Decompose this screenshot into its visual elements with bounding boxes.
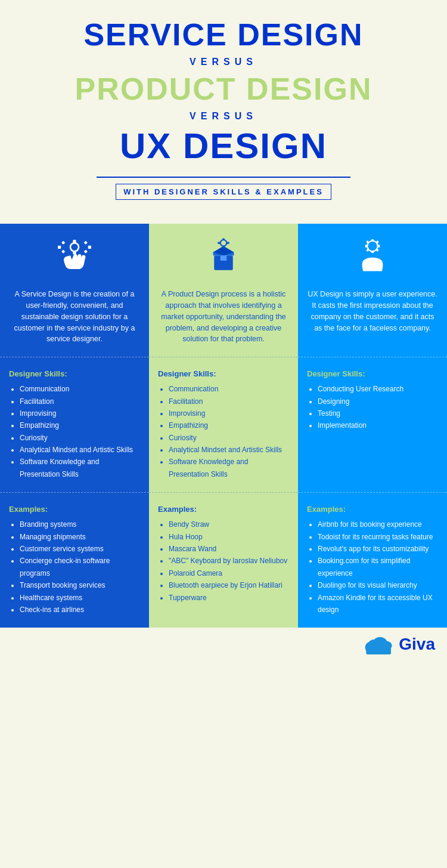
example-item: Booking.com for its simplified experienc… — [318, 555, 438, 579]
svg-rect-3 — [58, 246, 61, 249]
svg-rect-35 — [367, 647, 392, 654]
svg-rect-7 — [61, 250, 65, 254]
svg-rect-2 — [73, 252, 76, 255]
skill-item: Testing — [318, 407, 438, 419]
ux-design-icon-col: UX Design is simply a user experience. I… — [298, 224, 447, 357]
title-product-design: PRODUCT DESIGN — [12, 72, 435, 106]
svg-rect-6 — [84, 241, 88, 245]
svg-rect-23 — [365, 245, 368, 248]
service-design-examples-list: Branding systems Managing shipments Cust… — [9, 518, 140, 616]
skill-item: Curiosity — [20, 432, 140, 444]
example-item: Transport booking services — [20, 579, 140, 591]
ux-design-skills-list: Conducting User Research Designing Testi… — [307, 383, 438, 432]
giva-cloud-icon — [364, 634, 394, 654]
service-design-icon — [54, 236, 95, 277]
skill-item: Communication — [20, 383, 140, 395]
ux-design-description: UX Design is simply a user experience. I… — [307, 289, 438, 333]
product-design-skills-label: Designer Skills: — [158, 369, 289, 378]
title-ux-design: UX DESIGN — [12, 126, 435, 166]
ux-design-examples-label: Examples: — [307, 505, 438, 514]
example-item: Mascara Wand — [169, 543, 289, 555]
skill-item: Facilitation — [169, 396, 289, 407]
header-divider — [97, 177, 350, 178]
svg-rect-16 — [222, 246, 225, 248]
example-item: Revolut's app for its customizability — [318, 543, 438, 555]
skill-item: Analytical Mindset and Artistic Skills — [20, 444, 140, 456]
ux-design-skills-label: Designer Skills: — [307, 369, 438, 378]
ux-design-examples-col: Examples: Airbnb for its booking experie… — [298, 492, 447, 628]
service-design-examples-label: Examples: — [9, 505, 140, 514]
example-item: Customer service systems — [20, 543, 140, 555]
service-design-icon-col: A Service Design is the creation of a us… — [0, 224, 149, 357]
skill-item: Improvising — [169, 407, 289, 419]
footer-section: Giva — [0, 628, 447, 663]
ux-design-examples-list: Airbnb for its booking experience Todois… — [307, 518, 438, 616]
svg-point-29 — [370, 244, 375, 249]
versus-2: VERSUS — [12, 111, 435, 122]
header-subtitle: WITH DESIGNER SKILLS & EXAMPLES — [116, 184, 331, 200]
skill-item: Implementation — [318, 419, 438, 431]
example-item: Tupperware — [169, 592, 289, 604]
header-section: SERVICE DESIGN VERSUS PRODUCT DESIGN VER… — [0, 0, 447, 224]
skill-item: Software Knowledge and Presentation Skil… — [169, 456, 289, 480]
example-item: Healthcare systems — [20, 592, 140, 604]
icons-row: A Service Design is the creation of a us… — [0, 224, 447, 357]
product-design-skills-list: Communication Facilitation Improvising E… — [158, 383, 289, 480]
footer-logo-text: Giva — [399, 635, 435, 654]
skill-item: Empathizing — [169, 419, 289, 431]
svg-rect-22 — [371, 251, 374, 254]
svg-rect-1 — [73, 240, 76, 243]
example-item: Polaroid Camera — [169, 567, 289, 579]
ux-design-icon — [352, 236, 393, 277]
skill-item: Conducting User Research — [318, 383, 438, 395]
example-item: Airbnb for its booking experience — [318, 518, 438, 530]
svg-point-9 — [73, 245, 77, 249]
ux-design-skills-col: Designer Skills: Conducting User Researc… — [298, 357, 447, 492]
skill-item: Analytical Mindset and Artistic Skills — [169, 444, 289, 456]
examples-row: Examples: Branding systems Managing ship… — [0, 492, 447, 628]
example-item: Hula Hoop — [169, 531, 289, 543]
svg-rect-15 — [222, 239, 225, 241]
service-design-skills-col: Designer Skills: Communication Facilitat… — [0, 357, 149, 492]
example-item: Amazon Kindle for its accessible UX desi… — [318, 592, 438, 616]
svg-rect-4 — [88, 246, 91, 249]
svg-rect-8 — [84, 250, 88, 254]
example-item: Bluetooth earpiece by Erjon Hatillari — [169, 579, 289, 591]
skill-item: Empathizing — [20, 419, 140, 431]
svg-rect-21 — [371, 240, 374, 242]
example-item: Managing shipments — [20, 531, 140, 543]
product-design-icon-col: A Product Design process is a holistic a… — [149, 224, 298, 357]
skill-item: Designing — [318, 396, 438, 407]
skill-item: Improvising — [20, 407, 140, 419]
svg-rect-18 — [227, 242, 229, 245]
service-design-description: A Service Design is the creation of a us… — [9, 289, 140, 345]
svg-rect-13 — [221, 256, 227, 261]
skill-item: Communication — [169, 383, 289, 395]
product-design-examples-col: Examples: Bendy Straw Hula Hoop Mascara … — [149, 492, 298, 628]
skill-item: Facilitation — [20, 396, 140, 407]
title-service-design: SERVICE DESIGN — [12, 18, 435, 52]
product-design-skills-col: Designer Skills: Communication Facilitat… — [149, 357, 298, 492]
ux-design-icon-area — [307, 236, 438, 280]
service-design-examples-col: Examples: Branding systems Managing ship… — [0, 492, 149, 628]
example-item: Todoist for its recurring tasks feature — [318, 531, 438, 543]
svg-rect-5 — [61, 241, 65, 245]
example-item: Duolingo for its visual hierarchy — [318, 579, 438, 591]
product-design-icon — [203, 236, 244, 277]
example-item: Concierge check-in software programs — [20, 555, 140, 579]
service-design-skills-label: Designer Skills: — [9, 369, 140, 378]
skills-row: Designer Skills: Communication Facilitat… — [0, 357, 447, 492]
product-design-description: A Product Design process is a holistic a… — [158, 289, 289, 345]
svg-rect-17 — [218, 242, 220, 245]
skill-item: Software Knowledge and Presentation Skil… — [20, 456, 140, 480]
service-design-icon-area — [9, 236, 140, 280]
service-design-skills-list: Communication Facilitation Improvising E… — [9, 383, 140, 480]
skill-item: Curiosity — [169, 432, 289, 444]
versus-1: VERSUS — [12, 57, 435, 67]
example-item: Check-ins at airlines — [20, 604, 140, 616]
example-item: "ABC" Keyboard by Iaroslav Neliubov — [169, 555, 289, 567]
svg-rect-24 — [378, 245, 380, 248]
product-design-examples-label: Examples: — [158, 505, 289, 514]
svg-point-19 — [222, 242, 225, 245]
example-item: Bendy Straw — [169, 518, 289, 530]
